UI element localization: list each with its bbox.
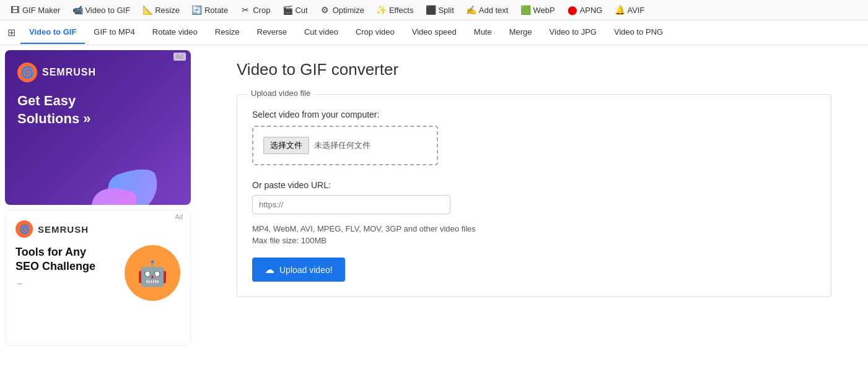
toolbar-gif-maker[interactable]: 🎞 GIF Maker — [5, 2, 65, 17]
nav-tab-rotate-video[interactable]: Rotate video — [144, 21, 206, 44]
upload-icon: ☁ — [265, 264, 274, 275]
ad2-tagline: Tools for Any SEO Challenge — [15, 245, 120, 274]
file-name-label: 未选择任何文件 — [314, 140, 370, 151]
nav-tab-crop-video[interactable]: Crop video — [347, 21, 403, 44]
ad1-shapes — [11, 157, 172, 205]
cut-icon: 🎬 — [283, 5, 292, 15]
ad2-link[interactable]: → — [15, 279, 120, 288]
ad2-text: Tools for Any SEO Challenge → — [15, 245, 120, 336]
ad1-tagline: Get Easy Solutions » — [17, 92, 178, 128]
url-input[interactable] — [252, 195, 450, 214]
optimize-icon: ⚙ — [320, 5, 330, 15]
rotate-icon: 🔄 — [192, 5, 202, 15]
toolbar-resize[interactable]: 📐 Resize — [138, 2, 185, 17]
avif-icon: 🔔 — [615, 5, 625, 15]
upload-card-label: Upload video file — [247, 89, 314, 98]
toolbar-webp[interactable]: 🟩 WebP — [515, 2, 559, 17]
resize-icon: 📐 — [142, 5, 152, 15]
nav-tab-video-to-jpg[interactable]: Video to JPG — [541, 21, 605, 44]
semrush-logo-2: 🌀 SEMRUSH — [15, 220, 180, 238]
nav-tab-video-speed[interactable]: Video speed — [403, 21, 465, 44]
toolbar-split[interactable]: ⬛ Split — [421, 2, 458, 17]
url-label: Or paste video URL: — [252, 180, 816, 190]
semrush-logo-text-1: SEMRUSH — [42, 67, 96, 78]
toolbar-cut[interactable]: 🎬 Cut — [278, 2, 312, 17]
nav-tab-video-to-png[interactable]: Video to PNG — [605, 21, 672, 44]
ad-banner-1[interactable]: Ad 🌀 SEMRUSH Get Easy Solutions » — [5, 50, 191, 205]
ad-banner-2[interactable]: Ad 🌀 SEMRUSH Tools for Any SEO Challenge… — [5, 210, 191, 346]
nav-grid-icon[interactable]: ⊞ — [2, 20, 20, 45]
main-layout: Ad 🌀 SEMRUSH Get Easy Solutions » Ad 🌀 S… — [0, 45, 868, 351]
choose-file-button[interactable]: 选择文件 — [263, 137, 309, 154]
page-title: Video to GIF converter — [237, 60, 848, 79]
toolbar-effects[interactable]: ✨ Effects — [372, 2, 419, 17]
crop-icon: ✂ — [240, 5, 250, 15]
toolbar-crop[interactable]: ✂ Crop — [235, 2, 275, 17]
sidebar: Ad 🌀 SEMRUSH Get Easy Solutions » Ad 🌀 S… — [0, 45, 217, 351]
toolbar-optimize[interactable]: ⚙ Optimize — [315, 2, 369, 17]
toolbar-rotate[interactable]: 🔄 Rotate — [187, 2, 233, 17]
toolbar-add-text[interactable]: ✍ Add text — [462, 2, 514, 17]
split-icon: ⬛ — [426, 5, 436, 15]
semrush-logo-icon-2: 🌀 — [15, 220, 33, 238]
effects-icon: ✨ — [377, 5, 387, 15]
nav-tab-mute[interactable]: Mute — [465, 21, 501, 44]
toolbar-apng[interactable]: ⬤ APNG — [563, 2, 608, 17]
file-input-wrapper: 选择文件 未选择任何文件 — [252, 126, 438, 165]
nav-tab-resize[interactable]: Resize — [206, 21, 248, 44]
nav-tab-reverse[interactable]: Reverse — [248, 21, 296, 44]
toolbar-video-to-gif[interactable]: 📹 Video to GIF — [68, 2, 135, 17]
semrush-logo-text-2: SEMRUSH — [38, 224, 89, 235]
select-video-label: Select video from your computer: — [252, 110, 816, 119]
video-to-gif-icon: 📹 — [72, 5, 82, 15]
top-toolbar: 🎞 GIF Maker 📹 Video to GIF 📐 Resize 🔄 Ro… — [0, 0, 868, 20]
gif-maker-icon: 🎞 — [10, 5, 20, 15]
nav-tab-merge[interactable]: Merge — [501, 21, 541, 44]
nav-bar: ⊞ Video to GIF GIF to MP4 Rotate video R… — [0, 20, 868, 45]
upload-video-button[interactable]: ☁ Upload video! — [252, 258, 345, 282]
semrush-logo-1: 🌀 SEMRUSH — [17, 63, 178, 82]
ad-label-1: Ad — [173, 53, 186, 61]
apng-icon: ⬤ — [568, 5, 577, 15]
semrush-logo-icon-1: 🌀 — [17, 63, 37, 82]
ad-label-2: Ad — [173, 213, 185, 221]
file-formats-info: MP4, WebM, AVI, MPEG, FLV, MOV, 3GP and … — [252, 224, 816, 233]
nav-tab-gif-to-mp4[interactable]: GIF to MP4 — [85, 21, 143, 44]
ad2-content: Tools for Any SEO Challenge → 🤖 — [15, 245, 180, 336]
nav-tab-cut-video[interactable]: Cut video — [296, 21, 347, 44]
nav-tab-video-to-gif[interactable]: Video to GIF — [20, 21, 85, 44]
upload-card: Upload video file Select video from your… — [237, 94, 831, 297]
webp-icon: 🟩 — [520, 5, 530, 15]
max-file-size-info: Max file size: 100MB — [252, 236, 816, 245]
robot-illustration: 🤖 — [125, 245, 180, 301]
toolbar-avif[interactable]: 🔔 AVIF — [610, 2, 649, 17]
main-content: Video to GIF converter Upload video file… — [217, 45, 868, 351]
add-text-icon: ✍ — [467, 5, 476, 15]
